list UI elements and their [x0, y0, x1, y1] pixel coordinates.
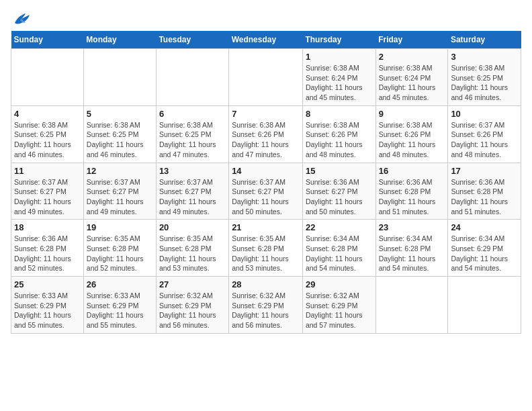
day-number: 16 — [379, 166, 445, 176]
calendar-cell: 23Sunrise: 6:34 AMSunset: 6:28 PMDayligh… — [375, 220, 448, 277]
day-number: 11 — [14, 166, 81, 176]
day-number: 7 — [232, 109, 300, 119]
calendar-cell — [11, 49, 84, 106]
calendar-cell: 3Sunrise: 6:38 AMSunset: 6:25 PMDaylight… — [448, 49, 521, 106]
day-info: Sunrise: 6:38 AMSunset: 6:25 PMDaylight:… — [14, 120, 81, 160]
day-number: 28 — [232, 279, 300, 289]
day-info: Sunrise: 6:35 AMSunset: 6:28 PMDaylight:… — [232, 234, 300, 273]
calendar-cell: 19Sunrise: 6:35 AMSunset: 6:28 PMDayligh… — [83, 220, 156, 277]
day-info: Sunrise: 6:38 AMSunset: 6:24 PMDaylight:… — [306, 63, 373, 103]
day-info: Sunrise: 6:37 AMSunset: 6:27 PMDaylight:… — [87, 177, 153, 217]
calendar-cell — [229, 49, 303, 106]
calendar-cell: 1Sunrise: 6:38 AMSunset: 6:24 PMDaylight… — [302, 49, 375, 106]
day-info: Sunrise: 6:37 AMSunset: 6:27 PMDaylight:… — [159, 177, 226, 217]
calendar-cell: 20Sunrise: 6:35 AMSunset: 6:28 PMDayligh… — [156, 220, 228, 277]
calendar-cell: 6Sunrise: 6:38 AMSunset: 6:25 PMDaylight… — [156, 105, 228, 163]
day-number: 12 — [87, 166, 153, 176]
calendar-cell: 21Sunrise: 6:35 AMSunset: 6:28 PMDayligh… — [229, 220, 303, 277]
day-number: 10 — [451, 109, 518, 119]
day-number: 13 — [159, 166, 226, 176]
calendar-cell — [156, 49, 228, 106]
day-number: 5 — [87, 109, 153, 119]
calendar-cell: 5Sunrise: 6:38 AMSunset: 6:25 PMDaylight… — [83, 105, 156, 163]
day-info: Sunrise: 6:34 AMSunset: 6:28 PMDaylight:… — [379, 234, 445, 273]
calendar-week-3: 11Sunrise: 6:37 AMSunset: 6:27 PMDayligh… — [11, 163, 521, 220]
day-info: Sunrise: 6:38 AMSunset: 6:25 PMDaylight:… — [451, 63, 518, 103]
day-info: Sunrise: 6:36 AMSunset: 6:28 PMDaylight:… — [379, 177, 445, 217]
day-info: Sunrise: 6:38 AMSunset: 6:25 PMDaylight:… — [159, 120, 226, 160]
calendar-cell: 24Sunrise: 6:34 AMSunset: 6:29 PMDayligh… — [448, 220, 521, 277]
calendar-week-5: 25Sunrise: 6:33 AMSunset: 6:29 PMDayligh… — [11, 277, 521, 334]
day-number: 1 — [306, 52, 373, 62]
day-number: 15 — [306, 166, 373, 176]
day-number: 17 — [451, 166, 518, 176]
day-info: Sunrise: 6:34 AMSunset: 6:28 PMDaylight:… — [306, 234, 373, 273]
calendar-cell: 29Sunrise: 6:32 AMSunset: 6:29 PMDayligh… — [302, 277, 375, 334]
day-info: Sunrise: 6:32 AMSunset: 6:29 PMDaylight:… — [306, 291, 373, 330]
calendar-week-2: 4Sunrise: 6:38 AMSunset: 6:25 PMDaylight… — [11, 105, 521, 163]
day-number: 25 — [14, 279, 81, 289]
calendar-cell: 17Sunrise: 6:36 AMSunset: 6:28 PMDayligh… — [448, 163, 521, 220]
calendar-cell — [83, 49, 156, 106]
logo-bird-icon — [12, 11, 31, 26]
day-number: 9 — [379, 109, 445, 119]
day-number: 29 — [306, 279, 373, 289]
day-info: Sunrise: 6:35 AMSunset: 6:28 PMDaylight:… — [87, 234, 153, 273]
day-number: 19 — [87, 222, 153, 232]
day-number: 26 — [87, 279, 153, 289]
calendar-cell: 11Sunrise: 6:37 AMSunset: 6:27 PMDayligh… — [11, 163, 84, 220]
calendar-cell: 26Sunrise: 6:33 AMSunset: 6:29 PMDayligh… — [83, 277, 156, 334]
dow-header-monday: Monday — [83, 31, 156, 49]
day-number: 20 — [159, 222, 226, 232]
calendar-cell: 9Sunrise: 6:38 AMSunset: 6:26 PMDaylight… — [375, 105, 448, 163]
day-info: Sunrise: 6:38 AMSunset: 6:26 PMDaylight:… — [306, 120, 373, 160]
calendar-table: SundayMondayTuesdayWednesdayThursdayFrid… — [11, 31, 521, 334]
day-number: 3 — [451, 52, 518, 62]
day-number: 6 — [159, 109, 226, 119]
day-number: 4 — [14, 109, 81, 119]
day-number: 14 — [232, 166, 300, 176]
day-info: Sunrise: 6:38 AMSunset: 6:24 PMDaylight:… — [379, 63, 445, 103]
day-number: 24 — [451, 222, 518, 232]
dow-header-tuesday: Tuesday — [156, 31, 228, 49]
day-info: Sunrise: 6:32 AMSunset: 6:29 PMDaylight:… — [232, 291, 300, 330]
calendar-cell: 12Sunrise: 6:37 AMSunset: 6:27 PMDayligh… — [83, 163, 156, 220]
calendar-cell — [448, 277, 521, 334]
calendar-cell — [375, 277, 448, 334]
day-number: 22 — [306, 222, 373, 232]
day-number: 8 — [306, 109, 373, 119]
day-info: Sunrise: 6:35 AMSunset: 6:28 PMDaylight:… — [159, 234, 226, 273]
calendar-cell: 27Sunrise: 6:32 AMSunset: 6:29 PMDayligh… — [156, 277, 228, 334]
calendar-cell: 8Sunrise: 6:38 AMSunset: 6:26 PMDaylight… — [302, 105, 375, 163]
day-info: Sunrise: 6:33 AMSunset: 6:29 PMDaylight:… — [87, 291, 153, 330]
day-info: Sunrise: 6:36 AMSunset: 6:28 PMDaylight:… — [14, 234, 81, 273]
day-info: Sunrise: 6:33 AMSunset: 6:29 PMDaylight:… — [14, 291, 81, 330]
day-info: Sunrise: 6:34 AMSunset: 6:29 PMDaylight:… — [451, 234, 518, 273]
logo — [11, 11, 31, 26]
day-info: Sunrise: 6:32 AMSunset: 6:29 PMDaylight:… — [159, 291, 226, 330]
calendar-cell: 28Sunrise: 6:32 AMSunset: 6:29 PMDayligh… — [229, 277, 303, 334]
day-number: 27 — [159, 279, 226, 289]
calendar-cell: 4Sunrise: 6:38 AMSunset: 6:25 PMDaylight… — [11, 105, 84, 163]
calendar-cell: 7Sunrise: 6:38 AMSunset: 6:26 PMDaylight… — [229, 105, 303, 163]
calendar-cell: 14Sunrise: 6:37 AMSunset: 6:27 PMDayligh… — [229, 163, 303, 220]
dow-header-wednesday: Wednesday — [229, 31, 303, 49]
calendar-cell: 18Sunrise: 6:36 AMSunset: 6:28 PMDayligh… — [11, 220, 84, 277]
calendar-week-4: 18Sunrise: 6:36 AMSunset: 6:28 PMDayligh… — [11, 220, 521, 277]
day-number: 23 — [379, 222, 445, 232]
calendar-week-1: 1Sunrise: 6:38 AMSunset: 6:24 PMDaylight… — [11, 49, 521, 106]
calendar-cell: 16Sunrise: 6:36 AMSunset: 6:28 PMDayligh… — [375, 163, 448, 220]
dow-header-thursday: Thursday — [302, 31, 375, 49]
calendar-cell: 15Sunrise: 6:36 AMSunset: 6:27 PMDayligh… — [302, 163, 375, 220]
day-info: Sunrise: 6:36 AMSunset: 6:27 PMDaylight:… — [306, 177, 373, 217]
dow-header-saturday: Saturday — [448, 31, 521, 49]
calendar-cell: 25Sunrise: 6:33 AMSunset: 6:29 PMDayligh… — [11, 277, 84, 334]
day-number: 18 — [14, 222, 81, 232]
day-info: Sunrise: 6:38 AMSunset: 6:25 PMDaylight:… — [87, 120, 153, 160]
calendar-cell: 13Sunrise: 6:37 AMSunset: 6:27 PMDayligh… — [156, 163, 228, 220]
dow-header-friday: Friday — [375, 31, 448, 49]
dow-header-sunday: Sunday — [11, 31, 84, 49]
day-number: 2 — [379, 52, 445, 62]
calendar-cell: 22Sunrise: 6:34 AMSunset: 6:28 PMDayligh… — [302, 220, 375, 277]
day-info: Sunrise: 6:37 AMSunset: 6:27 PMDaylight:… — [232, 177, 300, 217]
